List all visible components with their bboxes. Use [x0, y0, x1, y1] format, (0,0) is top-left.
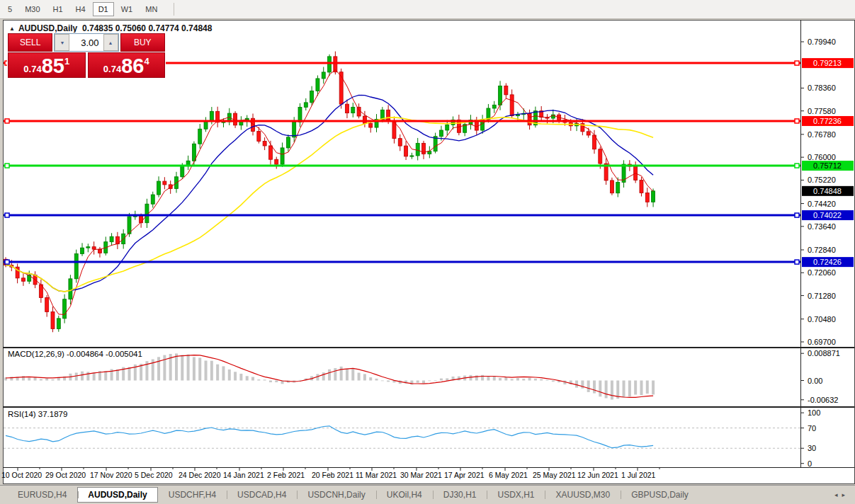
macd-bar — [434, 381, 437, 382]
hline-handle[interactable] — [795, 260, 799, 264]
candle-body — [304, 103, 307, 108]
candle-body — [652, 191, 655, 202]
timeframe-button-5[interactable]: 5 — [2, 2, 18, 16]
timeframe-button-w1[interactable]: W1 — [115, 2, 139, 16]
macd-bar — [257, 379, 260, 380]
timeframe-button-m30[interactable]: M30 — [19, 2, 45, 16]
macd-bar — [417, 381, 419, 383]
macd-bar — [499, 378, 502, 381]
macd-bar — [128, 367, 131, 381]
macd-bar — [363, 374, 366, 380]
tab-usdcad-h4[interactable]: USDCAD,H4 — [227, 487, 297, 503]
price-axis-label: 0.69700 — [808, 338, 836, 346]
timeframe-button-h1[interactable]: H1 — [47, 2, 69, 16]
price-badge-label: 0.74848 — [813, 187, 842, 195]
macd-bar — [422, 381, 425, 384]
candle-body — [351, 107, 355, 113]
candle-body — [363, 116, 366, 123]
candle-body — [181, 166, 184, 176]
collapse-triangle-icon[interactable]: ▲ — [9, 25, 15, 32]
tab-scroll-left-icon[interactable]: ◂ — [834, 491, 842, 498]
tab-gbpusd-daily[interactable]: GBPUSD,Daily — [621, 487, 699, 503]
macd-bar — [269, 381, 272, 383]
macd-bar — [375, 379, 378, 381]
candle-body — [69, 279, 72, 299]
sell-button[interactable]: SELL — [8, 33, 52, 52]
timeframe-button-mn[interactable]: MN — [140, 2, 163, 16]
candle-body — [268, 146, 272, 159]
macd-bar — [116, 370, 119, 381]
macd-bar — [446, 378, 448, 380]
candle-body — [322, 72, 325, 79]
candle-body — [92, 247, 96, 249]
hline-handle[interactable] — [795, 61, 799, 65]
hline-handle[interactable] — [5, 260, 9, 264]
rsi-axis-label: 0 — [808, 459, 812, 468]
macd-bar — [381, 381, 384, 382]
macd-bar — [504, 377, 507, 380]
tab-xauusd-m30[interactable]: XAUUSD,M30 — [545, 487, 621, 503]
macd-bar — [587, 381, 590, 392]
candle-body — [298, 107, 302, 122]
macd-bar — [511, 379, 514, 380]
macd-bar — [193, 357, 196, 380]
date-axis-label: 2 Feb 2021 — [267, 471, 305, 479]
tab-usdx-h1[interactable]: USDX,H1 — [487, 487, 545, 503]
macd-bar — [640, 381, 642, 396]
candle-body — [51, 312, 55, 329]
hline-handle[interactable] — [795, 119, 799, 123]
hline-handle[interactable] — [5, 213, 9, 217]
tab-audusd-daily[interactable]: AUDUSD,Daily — [77, 487, 157, 503]
candle-body — [616, 183, 620, 193]
sell-price-point: 1 — [64, 57, 69, 66]
macd-bar — [628, 381, 631, 397]
macd-bar — [299, 380, 302, 381]
macd-bar — [222, 366, 225, 380]
price-badge-label: 0.79213 — [813, 59, 842, 67]
macd-bar — [28, 377, 30, 380]
hline-handle[interactable] — [795, 164, 799, 168]
price-axis-label: 0.76000 — [808, 153, 836, 161]
macd-bar — [387, 381, 390, 382]
candle-body — [57, 319, 60, 329]
macd-axis-label: -0.00632 — [808, 396, 838, 404]
buy-price-button[interactable]: 0.74864 — [88, 52, 166, 78]
candle-body — [380, 110, 384, 119]
macd-bar — [534, 379, 537, 381]
macd-bar — [75, 372, 78, 380]
macd-bar — [540, 379, 543, 381]
hline-handle[interactable] — [5, 119, 9, 123]
macd-bar — [328, 370, 331, 381]
tab-scroll-right-icon[interactable]: ▸ — [842, 491, 849, 498]
timeframe-button-d1[interactable]: D1 — [93, 2, 114, 16]
tab-ukoil-h4[interactable]: UKOil,H4 — [376, 487, 433, 503]
tab-dj30-h1[interactable]: DJ30,H1 — [433, 487, 487, 503]
symbol-tabbar: EURUSD,H4AUDUSD,DailyUSDCHF,H4USDCAD,H4U… — [0, 485, 855, 504]
macd-bar — [45, 378, 48, 380]
candle-body — [86, 247, 90, 248]
volume-decrease-button[interactable]: ▼ — [55, 34, 69, 51]
tab-eurusd-h4[interactable]: EURUSD,H4 — [7, 487, 77, 503]
buy-button[interactable]: BUY — [120, 33, 165, 52]
macd-bar — [623, 381, 625, 398]
macd-bar — [652, 381, 655, 395]
triangle-down-icon: ▼ — [60, 40, 64, 45]
price-axis-label: 0.76780 — [808, 130, 836, 139]
buy-price-point: 4 — [144, 57, 149, 66]
buy-price-pips: 86 — [121, 57, 144, 75]
chart-symbol-label: AUDUSD,Daily — [18, 23, 77, 33]
sell-price-button[interactable]: 0.74851 — [8, 52, 86, 78]
macd-bar — [239, 374, 242, 381]
candle-body — [587, 132, 590, 135]
tab-usdchf-h4[interactable]: USDCHF,H4 — [158, 487, 227, 503]
hline-handle[interactable] — [5, 164, 9, 168]
timeframe-button-h4[interactable]: H4 — [70, 2, 91, 16]
macd-bar — [552, 381, 555, 382]
volume-input[interactable]: 3.00 — [69, 34, 103, 51]
candle-body — [510, 95, 514, 116]
order-panel: SELL ▼ 3.00 ▲ BUY 0.74851 0.74864 — [7, 33, 166, 79]
macd-bar — [234, 372, 237, 380]
hline-handle[interactable] — [795, 213, 799, 217]
volume-increase-button[interactable]: ▲ — [103, 34, 118, 51]
tab-usdcnh-daily[interactable]: USDCNH,Daily — [297, 487, 375, 503]
